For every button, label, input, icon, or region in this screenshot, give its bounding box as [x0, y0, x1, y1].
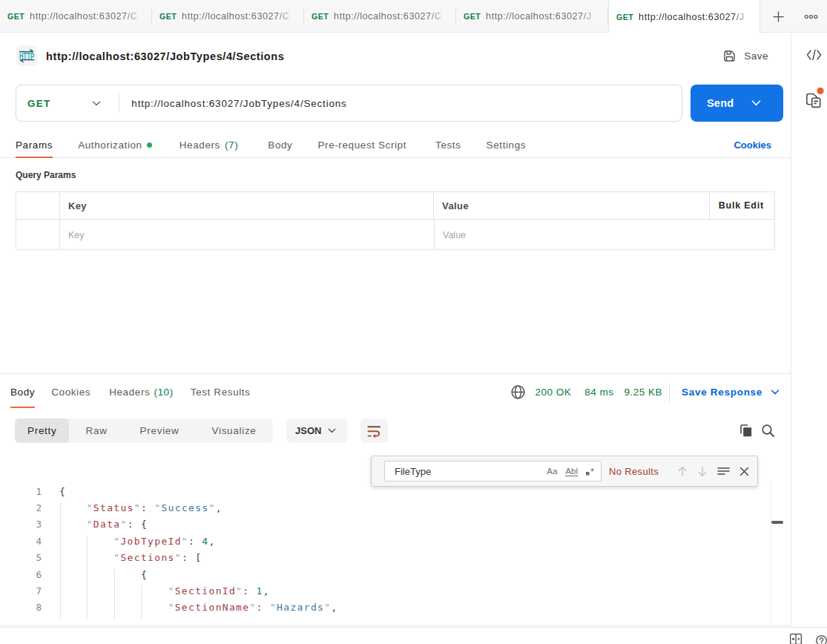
- find-query: FileType: [395, 466, 547, 477]
- meta-separator: [669, 383, 670, 402]
- tab-label: Tests: [435, 139, 461, 151]
- view-mode-preview[interactable]: Preview: [124, 418, 196, 443]
- find-next-button[interactable]: [697, 466, 708, 477]
- two-pane-view-toggle[interactable]: [790, 634, 802, 644]
- view-mode-raw[interactable]: Raw: [69, 418, 123, 443]
- code-text[interactable]: "Sections": [: [59, 552, 202, 563]
- save-icon: [723, 50, 736, 62]
- request-section-tab-settings[interactable]: Settings: [487, 132, 527, 158]
- tab-url-label: http://localhost:63027/J: [486, 10, 602, 22]
- send-button[interactable]: Send: [691, 85, 783, 122]
- save-response-chevron-icon: [771, 390, 780, 395]
- save-button[interactable]: Save: [723, 45, 768, 66]
- line-number: 6: [0, 569, 42, 586]
- tab-method-badge: GET: [312, 12, 329, 21]
- editor-scroll-track: [771, 481, 771, 625]
- copy-response-button[interactable]: [739, 424, 753, 438]
- line-number: 3: [0, 519, 42, 536]
- cookies-link[interactable]: Cookies: [734, 132, 771, 158]
- query-params-title: Query Params: [16, 170, 76, 180]
- code-line: 1{: [0, 486, 42, 503]
- method-chevron-icon[interactable]: [92, 101, 101, 106]
- code-text[interactable]: "JobTypeId": 4,: [59, 536, 216, 547]
- match-case-toggle[interactable]: Aa: [547, 467, 557, 476]
- regex-toggle[interactable]: *: [586, 466, 594, 477]
- code-text[interactable]: "Data": {: [59, 519, 148, 530]
- save-label: Save: [744, 50, 768, 62]
- request-section-tab-tests[interactable]: Tests: [435, 132, 461, 158]
- value-column-header: Value: [442, 200, 469, 211]
- authorized-dot: [147, 142, 152, 148]
- find-settings-button[interactable]: [717, 467, 730, 476]
- response-section-tab-body[interactable]: Body: [10, 374, 35, 410]
- code-line: 6 {: [0, 569, 42, 586]
- response-section-tab-headers[interactable]: Headers(10): [109, 374, 174, 410]
- tab-options-button[interactable]: [795, 0, 827, 33]
- send-options-chevron-icon[interactable]: [751, 100, 761, 106]
- row-checkbox-cell: [16, 220, 60, 250]
- url-input[interactable]: http://localhost:63027/JobTypes/4/Sectio…: [131, 98, 346, 109]
- request-section-tab-authorization[interactable]: Authorization: [78, 132, 152, 158]
- help-icon: [816, 635, 827, 644]
- tab-url-label: http://localhost:63027/J: [639, 11, 754, 22]
- find-input[interactable]: FileType Aa Abl *: [384, 461, 602, 482]
- request-section-tab-params[interactable]: Params: [16, 132, 53, 158]
- view-mode-pretty[interactable]: Pretty: [15, 418, 69, 443]
- request-section-tab-headers[interactable]: Headers(7): [179, 132, 239, 158]
- format-label: JSON: [295, 425, 321, 436]
- request-title: http://localhost:63027/JobTypes/4/Sectio…: [46, 50, 284, 62]
- view-mode-visualize[interactable]: Visualize: [196, 418, 273, 443]
- request-tab[interactable]: GEThttp://localhost:63027/C: [0, 0, 152, 32]
- url-separator: [119, 93, 119, 113]
- response-toolbar: PrettyRawPreviewVisualize JSON: [0, 418, 791, 443]
- code-text[interactable]: "SectionId": 1,: [59, 585, 270, 597]
- tab-method-badge: GET: [159, 12, 177, 21]
- bulk-edit-button: Bulk Edit: [719, 200, 764, 211]
- response-time[interactable]: 84 ms: [584, 387, 613, 398]
- tab-count: (10): [154, 387, 173, 398]
- find-close-button[interactable]: [739, 467, 749, 476]
- code-snippet-icon[interactable]: [806, 49, 822, 61]
- response-section-tab-test-results[interactable]: Test Results: [191, 374, 251, 410]
- query-params-header-row: Key Value Bulk Edit: [16, 192, 774, 220]
- format-dropdown[interactable]: JSON: [286, 418, 347, 443]
- request-tab[interactable]: GEThttp://localhost:63027/J: [608, 0, 760, 33]
- response-section-tab-cookies[interactable]: Cookies: [51, 374, 90, 410]
- network-info-icon[interactable]: [510, 384, 526, 400]
- save-response-button[interactable]: Save Response: [682, 387, 780, 398]
- request-section-tab-body[interactable]: Body: [268, 132, 292, 158]
- find-previous-button[interactable]: [677, 466, 688, 477]
- request-tabs-bar: ParamsAuthorizationHeaders(7)BodyPre-req…: [0, 132, 791, 158]
- copy-icon: [739, 424, 753, 438]
- row-handle-cell: [16, 192, 60, 219]
- new-tab-button[interactable]: [766, 0, 791, 33]
- request-tab[interactable]: GEThttp://localhost:63027/C: [152, 0, 304, 32]
- line-wrap-toggle[interactable]: [360, 418, 388, 443]
- help-button[interactable]: [816, 635, 827, 644]
- search-response-button[interactable]: [761, 424, 775, 438]
- line-number: 1: [0, 486, 42, 503]
- line-number: 2: [0, 502, 42, 519]
- response-size[interactable]: 9.25 KB: [625, 387, 663, 398]
- code-text[interactable]: "SectionName": "Hazards",: [59, 602, 338, 613]
- whole-word-toggle[interactable]: Abl: [565, 467, 578, 476]
- method-select[interactable]: GET: [27, 98, 50, 109]
- key-input-placeholder: Key: [68, 230, 85, 240]
- arrow-up-icon: [677, 466, 688, 477]
- request-section-tab-pre-request-script[interactable]: Pre-request Script: [317, 132, 406, 158]
- request-tab[interactable]: GEThttp://localhost:63027/C: [304, 0, 456, 32]
- find-results-status: No Results: [609, 466, 659, 477]
- tab-method-badge: GET: [616, 13, 633, 22]
- request-header: HTTP http://localhost:63027/JobTypes/4/S…: [0, 33, 791, 79]
- documentation-icon[interactable]: [797, 88, 826, 110]
- code-text[interactable]: {: [59, 569, 148, 580]
- request-tab[interactable]: GEThttp://localhost:63027/J: [456, 0, 608, 32]
- response-status[interactable]: 200 OK: [536, 387, 572, 398]
- tab-url-label: http://localhost:63027/C: [182, 10, 298, 22]
- plus-icon: [772, 10, 785, 23]
- code-text[interactable]: {: [59, 486, 66, 497]
- code-text[interactable]: "Status": "Success",: [59, 502, 223, 513]
- editor-scrollbar-thumb[interactable]: [771, 521, 783, 524]
- tab-label: Test Results: [191, 387, 251, 398]
- postman-window: GEThttp://localhost:63027/CGEThttp://loc…: [0, 0, 827, 644]
